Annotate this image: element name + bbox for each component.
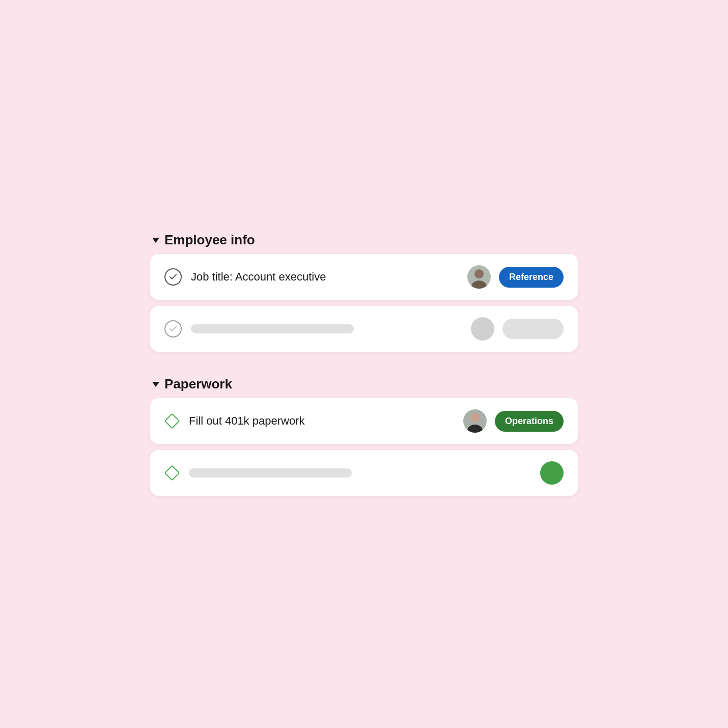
avatar: [463, 409, 487, 433]
job-title-card[interactable]: Job title: Account executive Reference: [150, 254, 578, 300]
employee-placeholder-card[interactable]: [150, 306, 578, 352]
card-right: Reference: [467, 265, 564, 289]
check-circle-icon: [164, 268, 182, 286]
reference-badge[interactable]: Reference: [499, 267, 564, 288]
paperwork-placeholder-card[interactable]: [150, 450, 578, 496]
svg-point-4: [470, 413, 480, 422]
diamond-icon: [164, 413, 180, 429]
green-dot-avatar: [540, 461, 564, 485]
job-title-text: Job title: Account executive: [191, 270, 326, 284]
paperwork-401k-text: Fill out 401k paperwork: [189, 414, 304, 428]
diamond-placeholder-icon: [164, 465, 180, 481]
paperwork-401k-card[interactable]: Fill out 401k paperwork Operations: [150, 398, 578, 444]
placeholder-text-line: [191, 324, 354, 333]
placeholder-text-line: [189, 468, 352, 478]
card-right: Operations: [463, 409, 564, 433]
chevron-down-icon: [152, 382, 159, 387]
avatar-placeholder: [471, 317, 494, 341]
paperwork-header: Paperwork: [150, 376, 578, 392]
operations-badge[interactable]: Operations: [495, 411, 564, 432]
badge-placeholder: [502, 319, 564, 339]
check-circle-placeholder-icon: [164, 320, 182, 338]
employee-info-title: Employee info: [164, 232, 255, 248]
card-right: [540, 461, 564, 485]
employee-info-header: Employee info: [150, 232, 578, 248]
card-left: [164, 465, 540, 481]
employee-info-section: Employee info Job title: Account executi…: [150, 232, 578, 352]
paperwork-title: Paperwork: [164, 376, 232, 392]
card-left: [164, 320, 471, 338]
svg-point-1: [474, 269, 484, 278]
card-right: [471, 317, 564, 341]
card-left: Job title: Account executive: [164, 268, 467, 286]
main-container: Employee info Job title: Account executi…: [150, 232, 578, 496]
avatar: [467, 265, 491, 289]
paperwork-section: Paperwork Fill out 401k paperwork Opera: [150, 376, 578, 496]
chevron-down-icon: [152, 238, 159, 243]
card-left: Fill out 401k paperwork: [164, 413, 463, 429]
